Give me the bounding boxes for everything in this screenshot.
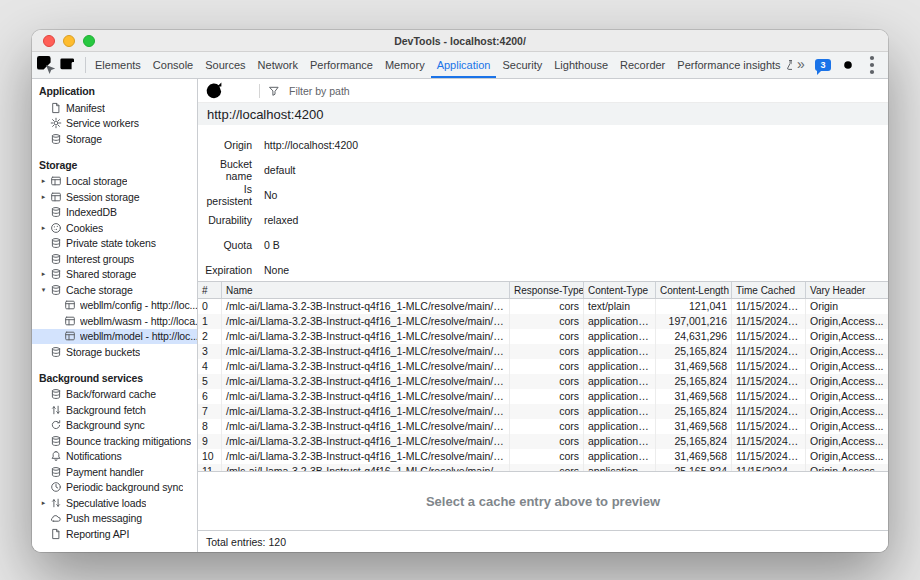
- cell: cors: [510, 389, 584, 404]
- sidebar-item-private-state-tokens[interactable]: Private state tokens: [32, 236, 197, 252]
- cell: 11/15/2024, 10...: [732, 389, 806, 404]
- cache-entries-table: #NameResponse-TypeContent-TypeContent-Le…: [198, 281, 888, 471]
- cell: Origin,Access...: [806, 314, 888, 329]
- cell: 11/15/2024, 10...: [732, 449, 806, 464]
- cell: Origin,Access...: [806, 449, 888, 464]
- chevron-right-icon[interactable]: ▸: [38, 499, 49, 507]
- cell: /mlc-ai/Llama-3.2-3B-Instruct-q4f16_1-ML…: [222, 389, 510, 404]
- device-toolbar-icon[interactable]: [58, 53, 82, 77]
- table-row[interactable]: 3/mlc-ai/Llama-3.2-3B-Instruct-q4f16_1-M…: [198, 344, 888, 359]
- cell: cors: [510, 329, 584, 344]
- table-row[interactable]: 8/mlc-ai/Llama-3.2-3B-Instruct-q4f16_1-M…: [198, 419, 888, 434]
- column-header-index[interactable]: #: [198, 282, 222, 298]
- tab-performance[interactable]: Performance: [304, 52, 379, 78]
- sidebar-item-storage[interactable]: Storage: [32, 131, 197, 147]
- database-icon: [49, 237, 62, 249]
- cookie-icon: [49, 222, 62, 234]
- column-header-time-cached[interactable]: Time Cached: [732, 282, 806, 298]
- minimize-window-button[interactable]: [63, 35, 75, 47]
- metadata-value: None: [264, 264, 289, 276]
- chevron-down-icon[interactable]: ▾: [38, 286, 49, 294]
- table-row[interactable]: 6/mlc-ai/Llama-3.2-3B-Instruct-q4f16_1-M…: [198, 389, 888, 404]
- inspect-icon[interactable]: [34, 53, 58, 77]
- cell: application/oc...: [584, 389, 656, 404]
- column-header-content-length[interactable]: Content-Length: [656, 282, 732, 298]
- sidebar-item-background-sync[interactable]: Background sync: [32, 418, 197, 434]
- tab-performance-insights[interactable]: Performance insights: [671, 52, 792, 78]
- tab-sources[interactable]: Sources: [199, 52, 251, 78]
- cell: Origin,Access...: [806, 464, 888, 471]
- cell: cors: [510, 404, 584, 419]
- table-row[interactable]: 1/mlc-ai/Llama-3.2-3B-Instruct-q4f16_1-M…: [198, 314, 888, 329]
- cell: 11/15/2024, 10...: [732, 299, 806, 314]
- chevron-right-icon[interactable]: ▸: [38, 224, 49, 232]
- sidebar-item-speculative-loads[interactable]: ▸Speculative loads: [32, 495, 197, 511]
- tab-console[interactable]: Console: [147, 52, 199, 78]
- zoom-window-button[interactable]: [83, 35, 95, 47]
- refresh-icon[interactable]: [202, 79, 226, 103]
- sidebar-item-storage-buckets[interactable]: Storage buckets: [32, 344, 197, 360]
- cell: 9: [198, 434, 222, 449]
- table-row[interactable]: 5/mlc-ai/Llama-3.2-3B-Instruct-q4f16_1-M…: [198, 374, 888, 389]
- column-header-vary-header[interactable]: Vary Header: [806, 282, 888, 298]
- table-row[interactable]: 10/mlc-ai/Llama-3.2-3B-Instruct-q4f16_1-…: [198, 449, 888, 464]
- sidebar-item-webllm-model-http-loc[interactable]: webllm/model - http://loc...: [32, 329, 197, 345]
- delete-selected-icon[interactable]: [228, 79, 252, 103]
- sidebar-item-cookies[interactable]: ▸Cookies: [32, 220, 197, 236]
- sidebar-item-background-fetch[interactable]: Background fetch: [32, 402, 197, 418]
- cell: application/oc...: [584, 344, 656, 359]
- tab-lighthouse[interactable]: Lighthouse: [548, 52, 614, 78]
- sidebar-item-cache-storage[interactable]: ▾Cache storage: [32, 282, 197, 298]
- chevron-right-icon[interactable]: ▸: [38, 270, 49, 278]
- sidebar-item-indexeddb[interactable]: IndexedDB: [32, 205, 197, 221]
- column-header-name[interactable]: Name: [222, 282, 510, 298]
- sidebar-item-notifications[interactable]: Notifications: [32, 449, 197, 465]
- sidebar-item-push-messaging[interactable]: Push messaging: [32, 511, 197, 527]
- sidebar-item-reporting-api[interactable]: Reporting API: [32, 526, 197, 542]
- cell: Origin,Access...: [806, 419, 888, 434]
- table-row[interactable]: 0/mlc-ai/Llama-3.2-3B-Instruct-q4f16_1-M…: [198, 299, 888, 314]
- chevron-right-icon[interactable]: ▸: [38, 193, 49, 201]
- tab-security[interactable]: Security: [496, 52, 548, 78]
- sidebar-item-session-storage[interactable]: ▸Session storage: [32, 189, 197, 205]
- cache-toolbar: [198, 79, 888, 103]
- table-row[interactable]: 7/mlc-ai/Llama-3.2-3B-Instruct-q4f16_1-M…: [198, 404, 888, 419]
- sidebar-item-bounce-tracking-mitigations[interactable]: Bounce tracking mitigations: [32, 433, 197, 449]
- cell: cors: [510, 434, 584, 449]
- cell: /mlc-ai/Llama-3.2-3B-Instruct-q4f16_1-ML…: [222, 449, 510, 464]
- cell: /mlc-ai/Llama-3.2-3B-Instruct-q4f16_1-ML…: [222, 404, 510, 419]
- tab-application[interactable]: Application: [431, 52, 497, 78]
- cell: application/oc...: [584, 434, 656, 449]
- table-row[interactable]: 11/mlc-ai/Llama-3.2-3B-Instruct-q4f16_1-…: [198, 464, 888, 471]
- table-row[interactable]: 4/mlc-ai/Llama-3.2-3B-Instruct-q4f16_1-M…: [198, 359, 888, 374]
- more-tabs-icon[interactable]: »: [792, 53, 810, 77]
- column-header-response-type[interactable]: Response-Type: [510, 282, 584, 298]
- sidebar-item-shared-storage[interactable]: ▸Shared storage: [32, 267, 197, 283]
- filter-input[interactable]: [289, 85, 589, 97]
- table-row[interactable]: 2/mlc-ai/Llama-3.2-3B-Instruct-q4f16_1-M…: [198, 329, 888, 344]
- sidebar-item-manifest[interactable]: Manifest: [32, 100, 197, 116]
- tab-elements[interactable]: Elements: [89, 52, 147, 78]
- tab-recorder[interactable]: Recorder: [614, 52, 671, 78]
- cache-origin-header: http://localhost:4200: [198, 103, 888, 125]
- sidebar-item-payment-handler[interactable]: Payment handler: [32, 464, 197, 480]
- window-titlebar[interactable]: DevTools - localhost:4200/: [32, 30, 888, 52]
- sidebar-item-periodic-background-sync[interactable]: Periodic background sync: [32, 480, 197, 496]
- tab-memory[interactable]: Memory: [379, 52, 431, 78]
- column-header-content-type[interactable]: Content-Type: [584, 282, 656, 298]
- settings-gear-icon[interactable]: [836, 53, 860, 77]
- tab-network[interactable]: Network: [252, 52, 304, 78]
- sidebar-item-service-workers[interactable]: Service workers: [32, 116, 197, 132]
- close-window-button[interactable]: [43, 35, 55, 47]
- sidebar-item-interest-groups[interactable]: Interest groups: [32, 251, 197, 267]
- kebab-menu-icon[interactable]: [860, 53, 884, 77]
- table-row[interactable]: 9/mlc-ai/Llama-3.2-3B-Instruct-q4f16_1-M…: [198, 434, 888, 449]
- cell: application/oc...: [584, 314, 656, 329]
- sidebar-item-webllm-wasm-http-loca[interactable]: webllm/wasm - http://loca...: [32, 313, 197, 329]
- messages-badge[interactable]: 3: [815, 59, 831, 71]
- sidebar-item-webllm-config-http-loc[interactable]: webllm/config - http://loc...: [32, 298, 197, 314]
- sidebar-section-application: Application: [32, 82, 197, 100]
- sidebar-item-back-forward-cache[interactable]: Back/forward cache: [32, 387, 197, 403]
- chevron-right-icon[interactable]: ▸: [38, 177, 49, 185]
- sidebar-item-local-storage[interactable]: ▸Local storage: [32, 174, 197, 190]
